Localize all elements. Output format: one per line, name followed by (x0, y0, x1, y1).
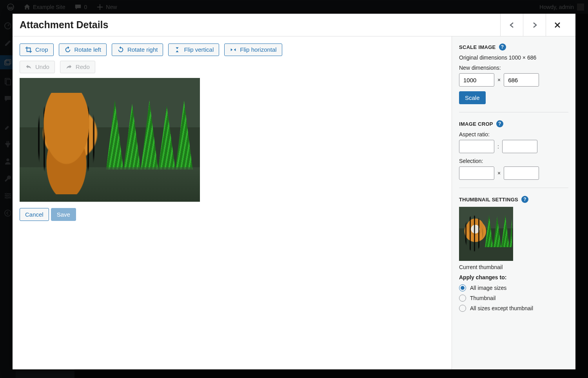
crop-button[interactable]: Crop (20, 43, 54, 56)
cancel-button[interactable]: Cancel (20, 208, 49, 221)
thumbnail-heading: Thumbnail Settings (459, 197, 518, 203)
aspect-width-input[interactable] (459, 140, 494, 153)
save-label: Save (57, 211, 70, 218)
image-editor-pane: Crop Rotate left Rotate right Flip verti… (13, 36, 452, 369)
next-button[interactable] (523, 14, 546, 36)
close-button[interactable] (546, 14, 568, 36)
prev-button[interactable] (500, 14, 523, 36)
rotate-left-button[interactable]: Rotate left (59, 43, 107, 56)
radio-icon (459, 284, 466, 291)
radio-icon (459, 295, 466, 302)
scale-button[interactable]: Scale (459, 91, 486, 104)
undo-label: Undo (35, 63, 49, 71)
radio-thumbnail[interactable]: Thumbnail (459, 295, 568, 302)
rotate-right-button[interactable]: Rotate right (112, 43, 163, 56)
save-button: Save (51, 208, 76, 221)
redo-button: Redo (60, 61, 95, 73)
radio-icon (459, 305, 466, 312)
flip-vertical-label: Flip vertical (184, 46, 214, 53)
radio-thumb-label: Thumbnail (470, 295, 495, 301)
selection-label: Selection: (459, 158, 568, 164)
modal-title: Attachment Details (20, 19, 108, 31)
radio-all-sizes[interactable]: All image sizes (459, 284, 568, 291)
flip-vertical-button[interactable]: Flip vertical (168, 43, 219, 56)
rotate-left-label: Rotate left (74, 46, 101, 53)
flip-horizontal-label: Flip horizontal (240, 46, 276, 53)
aspect-height-input[interactable] (502, 140, 537, 153)
cancel-label: Cancel (25, 211, 44, 218)
new-dimensions-label: New dimensions: (459, 65, 568, 71)
redo-label: Redo (76, 63, 90, 71)
scale-button-label: Scale (465, 94, 480, 101)
scale-heading: Scale Image (459, 44, 496, 50)
crop-label: Crop (35, 46, 48, 53)
attachment-details-modal: Attachment Details Crop Rotate le (13, 14, 575, 369)
crop-heading: Image Crop (459, 121, 493, 127)
aspect-ratio-label: Aspect ratio: (459, 131, 568, 137)
radio-except-label: All sizes except thumbnail (470, 305, 533, 311)
undo-button: Undo (20, 61, 55, 73)
modal-header: Attachment Details (13, 14, 575, 36)
scale-width-input[interactable] (459, 73, 494, 87)
selection-width-input[interactable] (459, 166, 494, 180)
current-thumbnail-text: Current thumbnail (459, 264, 568, 270)
times-symbol: × (497, 77, 501, 83)
original-dimensions-text: Original dimensions 1000 × 686 (459, 54, 568, 61)
radio-all-label: All image sizes (470, 285, 506, 291)
help-icon[interactable]: ? (499, 43, 506, 51)
apply-changes-label: Apply changes to: (459, 274, 568, 280)
help-icon[interactable]: ? (496, 120, 503, 127)
radio-except-thumbnail[interactable]: All sizes except thumbnail (459, 305, 568, 312)
scale-height-input[interactable] (504, 73, 539, 87)
colon-symbol: : (497, 143, 499, 150)
flip-horizontal-button[interactable]: Flip horizontal (224, 43, 282, 56)
image-preview[interactable] (20, 78, 200, 202)
times-symbol: × (497, 170, 501, 176)
thumbnail-preview (459, 207, 513, 261)
selection-height-input[interactable] (504, 166, 539, 180)
rotate-right-label: Rotate right (127, 46, 158, 53)
settings-pane: Scale Image ? Original dimensions 1000 ×… (452, 36, 575, 369)
help-icon[interactable]: ? (521, 196, 528, 203)
